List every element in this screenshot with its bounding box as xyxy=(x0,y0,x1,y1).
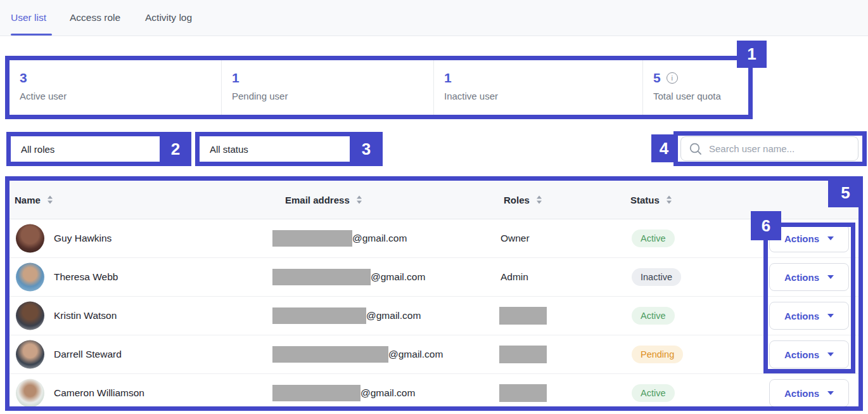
column-header-roles: Roles xyxy=(504,195,542,205)
stat-card-pending-user: 1 Pending user xyxy=(222,60,434,115)
user-name: Guy Hawkins xyxy=(54,233,112,244)
column-header-email: Email address xyxy=(285,195,362,205)
actions-button[interactable]: Actions xyxy=(769,224,849,252)
stat-value: 5 i xyxy=(653,70,748,86)
avatar xyxy=(16,263,44,292)
role-redacted xyxy=(499,307,547,325)
stat-label: Active user xyxy=(20,91,221,101)
tab-access-role[interactable]: Access role xyxy=(70,0,120,36)
tab-user-list[interactable]: User list xyxy=(11,0,46,36)
status-cell: Active xyxy=(632,307,675,325)
stat-card-total-user-quota: 5 i Total user quota xyxy=(643,60,748,115)
table-row: Cameron Williamson @gmail.com Active Act… xyxy=(10,374,858,408)
user-email: @gmail.com xyxy=(272,230,407,247)
actions-label: Actions xyxy=(784,311,819,321)
sort-icon[interactable] xyxy=(48,196,53,204)
actions-label: Actions xyxy=(784,233,819,244)
column-header-name: Name xyxy=(15,195,53,205)
actions-button[interactable]: Actions xyxy=(769,340,849,368)
user-email: @gmail.com xyxy=(272,385,415,401)
status-cell: Pending xyxy=(632,346,683,363)
table-row: Darrell Steward @gmail.com Pending Actio… xyxy=(10,335,858,374)
actions-button[interactable]: Actions xyxy=(769,379,849,407)
user-table: Name Email address Roles Status Guy Hawk… xyxy=(10,181,858,408)
info-icon[interactable]: i xyxy=(667,72,678,84)
user-email: @gmail.com xyxy=(272,307,421,324)
column-header-status: Status xyxy=(630,195,672,205)
actions-label: Actions xyxy=(784,388,819,399)
status-filter-annotation-box: All status xyxy=(195,132,383,166)
stat-label: Inactive user xyxy=(444,91,642,101)
status-badge: Active xyxy=(632,384,675,402)
column-header-label: Email address xyxy=(285,195,350,205)
stat-label: Total user quota xyxy=(653,91,748,101)
stat-card-inactive-user: 1 Inactive user xyxy=(434,60,643,115)
chevron-down-icon xyxy=(827,391,834,395)
user-name: Cameron Williamson xyxy=(54,387,144,399)
stat-label: Pending user xyxy=(232,91,433,101)
user-management-screen: User list Access role Activity log 3 Act… xyxy=(0,0,868,414)
user-name: Darrell Steward xyxy=(54,349,122,360)
avatar xyxy=(16,224,44,253)
actions-label: Actions xyxy=(784,349,819,360)
role-redacted xyxy=(499,346,547,363)
user-email: @gmail.com xyxy=(272,346,443,363)
table-header-row: Name Email address Roles Status xyxy=(10,181,858,219)
table-row: Kristin Watson @gmail.com Active Actions xyxy=(10,297,858,335)
stat-value-number: 5 xyxy=(653,70,661,86)
column-header-label: Roles xyxy=(504,195,530,205)
email-redacted xyxy=(272,269,371,285)
column-header-label: Name xyxy=(15,195,41,205)
actions-button[interactable]: Actions xyxy=(769,302,849,330)
user-name: Theresa Webb xyxy=(54,271,118,283)
chevron-down-icon xyxy=(827,314,834,318)
email-suffix: @gmail.com xyxy=(366,310,421,321)
search-input[interactable] xyxy=(709,143,850,154)
actions-label: Actions xyxy=(784,272,819,283)
chevron-down-icon xyxy=(827,353,834,356)
user-email: @gmail.com xyxy=(272,269,425,285)
email-redacted xyxy=(272,385,361,401)
roles-dropdown[interactable]: All roles xyxy=(11,144,187,155)
avatar xyxy=(16,302,44,330)
email-redacted xyxy=(272,307,366,324)
active-tab-underline xyxy=(11,34,52,36)
status-cell: Inactive xyxy=(632,268,681,286)
annotation-badge-4: 4 xyxy=(651,134,677,162)
column-header-label: Status xyxy=(630,195,660,205)
status-badge: Active xyxy=(632,307,675,325)
email-suffix: @gmail.com xyxy=(388,349,443,360)
stat-value: 1 xyxy=(444,70,642,86)
search-icon xyxy=(689,142,703,156)
sort-icon[interactable] xyxy=(537,196,542,204)
avatar xyxy=(16,340,44,369)
status-badge: Inactive xyxy=(632,268,681,286)
actions-button[interactable]: Actions xyxy=(769,263,849,291)
tab-activity-log[interactable]: Activity log xyxy=(145,0,192,36)
stat-card-active-user: 3 Active user xyxy=(10,60,222,115)
role-redacted xyxy=(499,384,547,402)
tab-bar: User list Access role Activity log xyxy=(0,0,868,36)
search-box[interactable] xyxy=(680,136,858,161)
status-cell: Active xyxy=(632,384,675,402)
table-row: Theresa Webb @gmail.com Admin Inactive A… xyxy=(10,258,858,297)
status-dropdown[interactable]: All status xyxy=(200,144,378,155)
email-suffix: @gmail.com xyxy=(352,233,407,244)
sort-icon[interactable] xyxy=(667,196,672,204)
user-role: Owner xyxy=(501,233,530,244)
email-suffix: @gmail.com xyxy=(361,387,415,399)
email-redacted xyxy=(272,346,388,363)
status-badge: Active xyxy=(632,230,675,247)
user-role: Admin xyxy=(501,271,528,283)
status-badge: Pending xyxy=(632,346,683,363)
stat-value: 3 xyxy=(20,70,221,86)
chevron-down-icon xyxy=(827,275,834,279)
stats-panel: 3 Active user 1 Pending user 1 Inactive … xyxy=(10,60,748,115)
chevron-down-icon xyxy=(827,236,834,240)
email-suffix: @gmail.com xyxy=(371,271,425,283)
sort-icon[interactable] xyxy=(357,196,362,204)
table-row: Guy Hawkins @gmail.com Owner Active Acti… xyxy=(10,219,858,258)
stat-value: 1 xyxy=(232,70,433,86)
roles-filter-annotation-box: All roles xyxy=(6,132,191,166)
search-annotation-box xyxy=(673,131,867,166)
